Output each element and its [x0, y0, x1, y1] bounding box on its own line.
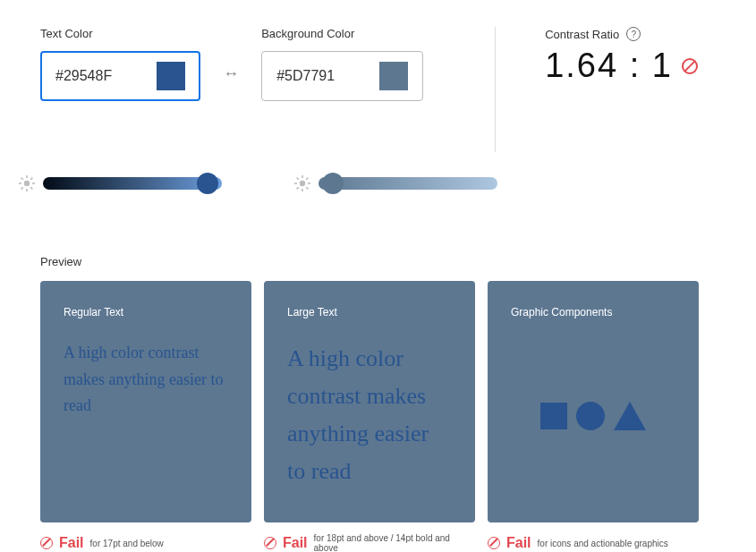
status-desc: for 18pt and above / 14pt bold and above [314, 533, 475, 552]
bg-color-input[interactable]: #5D7791 [261, 51, 423, 101]
svg-line-17 [306, 178, 308, 180]
lightness-sliders-row [18, 174, 738, 192]
status-large: Fail for 18pt and above / 14pt bold and … [264, 533, 475, 552]
svg-point-9 [300, 181, 305, 186]
svg-line-5 [21, 178, 23, 180]
svg-line-16 [297, 187, 299, 189]
color-controls-row: Text Color #29548F ↔ Background Color #5… [40, 27, 738, 152]
circle-icon [576, 402, 605, 430]
status-desc: for 17pt and below [90, 539, 164, 548]
text-color-group: Text Color #29548F [40, 27, 200, 101]
bg-color-group: Background Color #5D7791 [261, 27, 423, 101]
contrast-ratio-block: Contrast Ratio ? 1.64 : 1 [545, 27, 698, 85]
vertical-divider [495, 27, 496, 152]
svg-line-8 [30, 178, 32, 180]
contrast-ratio-label: Contrast Ratio [545, 28, 619, 41]
prohibit-icon [40, 537, 53, 549]
bg-color-swatch[interactable] [379, 62, 408, 90]
slider-thumb[interactable] [322, 173, 344, 194]
preview-label: Preview [40, 255, 738, 268]
brightness-icon [293, 174, 311, 192]
svg-line-7 [21, 187, 23, 189]
prohibit-icon [264, 537, 276, 549]
help-icon[interactable]: ? [626, 27, 641, 41]
status-text: Fail [283, 535, 308, 551]
svg-line-14 [297, 178, 299, 180]
bg-color-lightness-slider[interactable] [319, 177, 497, 190]
preview-card-title: Regular Text [64, 306, 228, 318]
status-graphic: Fail for icons and actionable graphics [488, 533, 699, 552]
text-color-swatch[interactable] [157, 62, 185, 90]
prohibit-icon [682, 58, 698, 74]
text-color-lightness-slider[interactable] [43, 177, 222, 190]
preview-card-regular: Regular Text A high color contrast makes… [40, 281, 251, 522]
preview-row: Regular Text A high color contrast makes… [40, 281, 738, 522]
preview-card-graphic: Graphic Components [488, 281, 699, 522]
status-regular: Fail for 17pt and below [40, 533, 251, 552]
text-color-input[interactable]: #29548F [40, 51, 200, 101]
svg-point-0 [24, 181, 30, 186]
triangle-icon [614, 402, 646, 430]
svg-line-15 [306, 187, 308, 189]
preview-card-title: Large Text [287, 306, 452, 318]
contrast-ratio-value: 1.64 : 1 [545, 47, 673, 85]
bg-color-label: Background Color [261, 27, 423, 40]
status-text: Fail [59, 535, 84, 551]
graphic-shapes [511, 340, 675, 492]
status-text: Fail [506, 535, 531, 551]
bg-color-value: #5D7791 [276, 68, 335, 84]
preview-card-title: Graphic Components [511, 306, 675, 318]
preview-card-large: Large Text A high color contrast makes a… [264, 281, 475, 522]
preview-sample-large: A high color contrast makes anything eas… [287, 340, 452, 490]
text-color-label: Text Color [40, 27, 200, 40]
status-desc: for icons and actionable graphics [538, 539, 668, 548]
status-row: Fail for 17pt and below Fail for 18pt an… [40, 533, 738, 552]
prohibit-icon [488, 537, 500, 549]
text-color-slider-wrap [18, 174, 222, 192]
square-icon [540, 403, 567, 429]
svg-line-6 [30, 187, 32, 189]
text-color-value: #29548F [55, 68, 112, 84]
slider-thumb[interactable] [197, 173, 218, 194]
bg-color-slider-wrap [293, 174, 497, 192]
brightness-icon [18, 174, 36, 192]
preview-sample-regular: A high color contrast makes anything eas… [64, 340, 228, 420]
swap-colors-button[interactable]: ↔ [223, 64, 239, 83]
